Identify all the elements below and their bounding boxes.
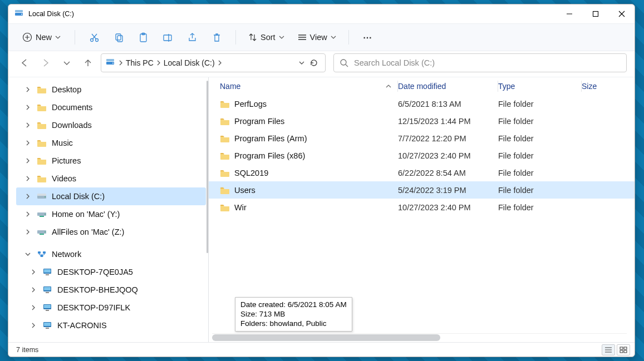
- expander-icon[interactable]: [30, 287, 37, 293]
- sidebar-item[interactable]: Downloads: [16, 116, 208, 134]
- file-date: 6/22/2022 8:54 AM: [398, 169, 498, 177]
- sidebar-item[interactable]: Documents: [16, 98, 208, 116]
- close-button[interactable]: [608, 4, 635, 23]
- sidebar-item[interactable]: KT-ACRONIS: [16, 317, 208, 334]
- table-row[interactable]: Program Files12/15/2023 1:44 PMFile fold…: [209, 112, 635, 130]
- column-size[interactable]: Size: [582, 77, 597, 95]
- svg-point-33: [45, 214, 46, 215]
- svg-rect-55: [620, 347, 623, 349]
- up-button[interactable]: [83, 58, 93, 68]
- back-button[interactable]: [19, 58, 30, 68]
- crumb-this-pc[interactable]: This PC: [126, 58, 154, 67]
- horizontal-scrollbar[interactable]: [212, 333, 627, 341]
- sort-button[interactable]: Sort: [244, 30, 289, 44]
- file-name: Users: [234, 186, 255, 195]
- recent-button[interactable]: [62, 58, 72, 68]
- expander-icon[interactable]: [30, 269, 37, 275]
- chevron-down-icon: [331, 34, 336, 40]
- details-view-button[interactable]: [602, 344, 615, 355]
- copy-button[interactable]: [107, 27, 130, 47]
- pc-icon: [42, 286, 53, 294]
- sidebar-item[interactable]: Desktop: [16, 81, 208, 98]
- view-button[interactable]: View: [293, 30, 341, 44]
- folder-icon: [220, 204, 230, 211]
- sidebar[interactable]: DesktopDocumentsDownloadsMusicPicturesVi…: [8, 77, 209, 342]
- file-date: 10/27/2023 2:40 PM: [398, 151, 498, 160]
- expander-icon[interactable]: [30, 323, 37, 328]
- svg-rect-58: [624, 350, 627, 353]
- table-row[interactable]: Users5/24/2022 3:19 PMFile folder: [209, 181, 635, 199]
- sidebar-item[interactable]: Home on 'Mac' (Y:): [16, 205, 208, 223]
- table-row[interactable]: Wir10/27/2023 2:40 PMFile folder: [209, 199, 635, 216]
- sidebar-item[interactable]: Music: [16, 134, 208, 152]
- table-row[interactable]: PerfLogs6/5/2021 8:13 AMFile folder: [209, 95, 635, 112]
- sidebar-item[interactable]: DESKTOP-7QE0JA5: [16, 263, 208, 281]
- rename-button[interactable]: [156, 27, 179, 47]
- file-type: File folder: [498, 134, 582, 143]
- chevron-down-icon[interactable]: [298, 60, 305, 66]
- search-box[interactable]: [333, 53, 627, 72]
- expander-icon[interactable]: [30, 305, 37, 310]
- table-row[interactable]: Program Files (x86)10/27/2023 2:40 PMFil…: [209, 147, 635, 164]
- column-name[interactable]: Name: [220, 77, 398, 95]
- cut-button[interactable]: [83, 27, 105, 47]
- maximize-button[interactable]: [582, 4, 608, 23]
- crumb-local-disk[interactable]: Local Disk (C:): [164, 58, 215, 67]
- breadcrumb[interactable]: This PC Local Disk (C:): [101, 53, 326, 72]
- expander-icon[interactable]: [24, 87, 32, 92]
- svg-rect-41: [44, 269, 51, 273]
- more-button[interactable]: ⋯: [357, 27, 379, 47]
- expander-icon[interactable]: [24, 140, 32, 146]
- status-text: 7 items: [16, 346, 38, 354]
- table-row[interactable]: Program Files (Arm)7/7/2022 12:20 PMFile…: [209, 130, 635, 147]
- expander-icon[interactable]: [24, 194, 32, 199]
- sidebar-item[interactable]: DESKTOP-D97IFLK: [16, 299, 208, 317]
- new-button[interactable]: New: [16, 29, 67, 46]
- sidebar-item[interactable]: Pictures: [16, 152, 208, 170]
- sidebar-item[interactable]: Network: [16, 245, 208, 263]
- chevron-right-icon[interactable]: [217, 60, 223, 66]
- svg-point-36: [45, 231, 46, 233]
- forward-button[interactable]: [41, 58, 51, 68]
- file-type: File folder: [498, 186, 582, 195]
- column-type[interactable]: Type: [498, 77, 582, 95]
- refresh-button[interactable]: [307, 56, 321, 70]
- expander-icon[interactable]: [24, 229, 32, 235]
- svg-rect-24: [106, 59, 114, 61]
- svg-point-11: [95, 38, 98, 41]
- expander-icon[interactable]: [24, 158, 32, 164]
- paste-button[interactable]: [132, 27, 154, 47]
- thumbnails-view-button[interactable]: [617, 344, 630, 355]
- search-input[interactable]: [354, 58, 621, 67]
- svg-rect-57: [620, 350, 623, 353]
- svg-rect-18: [164, 35, 171, 41]
- svg-rect-38: [43, 251, 46, 254]
- column-date[interactable]: Date modified: [398, 77, 498, 95]
- svg-point-30: [45, 196, 46, 197]
- minimize-button[interactable]: [556, 4, 582, 23]
- table-row[interactable]: SQL20196/22/2022 8:54 AMFile folder: [209, 164, 635, 181]
- folder-icon: [220, 152, 230, 160]
- expander-icon[interactable]: [24, 176, 32, 181]
- delete-button[interactable]: [205, 27, 228, 47]
- scrollbar[interactable]: [207, 81, 208, 253]
- sidebar-item[interactable]: Local Disk (C:): [16, 187, 206, 205]
- folder-icon: [220, 169, 230, 177]
- share-button[interactable]: [181, 27, 203, 47]
- svg-rect-51: [46, 328, 49, 329]
- plus-circle-icon: [22, 32, 32, 42]
- expander-icon[interactable]: [24, 211, 32, 217]
- sidebar-item[interactable]: Videos: [16, 170, 208, 187]
- expander-icon[interactable]: [24, 105, 32, 110]
- expander-icon[interactable]: [24, 122, 32, 128]
- expander-icon[interactable]: [24, 251, 32, 257]
- tooltip-line: Folders: bhowland, Public: [240, 319, 347, 328]
- chevron-right-icon[interactable]: [118, 60, 124, 66]
- sidebar-item-label: KT-ACRONIS: [57, 321, 107, 330]
- chevron-right-icon[interactable]: [156, 60, 161, 66]
- titlebar[interactable]: Local Disk (C:): [8, 4, 635, 23]
- file-name: Program Files: [234, 117, 284, 126]
- sidebar-item-label: Videos: [52, 174, 76, 183]
- sidebar-item[interactable]: DESKTOP-BHEJQOQ: [16, 281, 208, 299]
- sidebar-item[interactable]: AllFiles on 'Mac' (Z:): [16, 223, 208, 241]
